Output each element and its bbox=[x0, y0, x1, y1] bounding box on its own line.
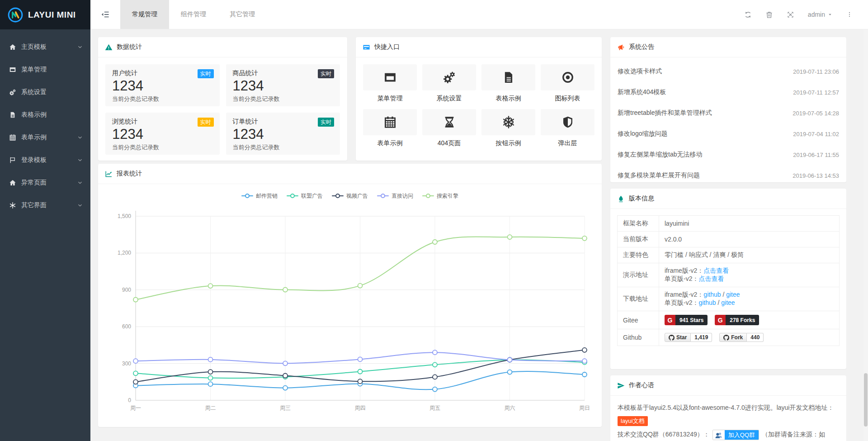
tab-0[interactable]: 常规管理 bbox=[120, 0, 169, 29]
version-row-value: 零门槛 / 响应式 / 清爽 / 极简 bbox=[659, 247, 840, 263]
legend-label: 邮件营销 bbox=[256, 192, 278, 200]
user-dropdown[interactable]: admin bbox=[808, 11, 833, 18]
version-text: / bbox=[721, 291, 726, 298]
tab-label: 其它管理 bbox=[230, 10, 255, 19]
page-scrollbar-track[interactable] bbox=[863, 0, 868, 441]
gitee-badge[interactable]: G 941 Stars bbox=[665, 315, 708, 325]
stat-badge: 实时 bbox=[198, 69, 214, 78]
sidebar-item-label: 系统设置 bbox=[21, 88, 47, 96]
tab-1[interactable]: 组件管理 bbox=[169, 0, 218, 29]
sidebar-item-1[interactable]: 菜单管理 bbox=[0, 58, 90, 81]
version-link[interactable]: gitee bbox=[726, 291, 740, 298]
legend-item-0[interactable]: 邮件营销 bbox=[241, 192, 278, 200]
join-qq-group-badge[interactable]: 加入QQ群 bbox=[712, 430, 759, 440]
sidebar-item-6[interactable]: 异常页面 bbox=[0, 171, 90, 194]
sidebar-item-3[interactable]: 表格示例 bbox=[0, 104, 90, 126]
quick-entry-0[interactable]: 菜单管理 bbox=[363, 64, 417, 103]
gears-icon bbox=[9, 89, 16, 96]
github-count[interactable]: 1,419 bbox=[691, 333, 712, 342]
version-link[interactable]: 点击查看 bbox=[703, 267, 729, 274]
github-button[interactable]: Star bbox=[665, 333, 691, 342]
stat-value: 1234 bbox=[112, 78, 213, 94]
header: 常规管理 组件管理 其它管理 admin bbox=[90, 0, 868, 29]
sidebar-item-2[interactable]: 系统设置 bbox=[0, 81, 90, 104]
github-fork-widget[interactable]: Fork 440 bbox=[719, 333, 764, 342]
stat-box-1: 商品统计 实时 1234 当前分类总记录数 bbox=[226, 64, 340, 106]
legend-item-4[interactable]: 搜索引擎 bbox=[422, 192, 458, 200]
tab-2[interactable]: 其它管理 bbox=[218, 0, 267, 29]
card-title: 版本信息 bbox=[629, 194, 654, 203]
card-author-words-header: 作者心语 bbox=[610, 375, 846, 396]
svg-text:周三: 周三 bbox=[280, 405, 291, 411]
quick-entry-3[interactable]: 图标列表 bbox=[541, 64, 594, 103]
fullscreen-button[interactable] bbox=[787, 11, 794, 19]
sidebar-item-7[interactable]: 其它界面 bbox=[0, 194, 90, 217]
qq-people-icon bbox=[713, 430, 725, 440]
file-icon bbox=[502, 71, 515, 84]
version-row-5: Gitee G 941 Stars G 278 Forks bbox=[618, 311, 840, 329]
notice-time: 2019-07-04 11:02 bbox=[793, 131, 839, 138]
stat-badge: 实时 bbox=[198, 118, 214, 127]
legend-item-2[interactable]: 视频广告 bbox=[332, 192, 368, 200]
legend-item-3[interactable]: 直接访问 bbox=[377, 192, 413, 200]
stat-box-2: 浏览统计 实时 1234 当前分类总记录数 bbox=[105, 113, 220, 155]
quick-entry-1[interactable]: 系统设置 bbox=[422, 64, 476, 103]
clear-cache-button[interactable] bbox=[765, 11, 773, 19]
notice-time: 2019-07-11 23:06 bbox=[793, 68, 839, 75]
notice-row-5: 修复多模块菜单栏展开有问题 2019-06-13 14:53 bbox=[610, 165, 846, 182]
version-row-1: 当前版本 v2.0.0 bbox=[618, 232, 840, 247]
version-link[interactable]: github bbox=[703, 291, 721, 298]
notice-text: 新增系统404模板 bbox=[618, 88, 666, 96]
line-chart-icon bbox=[105, 170, 113, 178]
version-link[interactable]: 点击查看 bbox=[698, 275, 724, 282]
stat-caption: 当前分类总记录数 bbox=[112, 95, 213, 103]
gitee-badge[interactable]: G 278 Forks bbox=[715, 315, 759, 325]
home-icon bbox=[9, 179, 16, 186]
quick-entry-6[interactable]: 按钮示例 bbox=[481, 109, 535, 147]
version-row-value: Star 1,419 Fork 440 bbox=[659, 329, 840, 346]
github-star-widget[interactable]: Star 1,419 bbox=[665, 333, 712, 342]
quick-entry-4[interactable]: 表单示例 bbox=[363, 109, 417, 147]
version-link[interactable]: gitee bbox=[721, 299, 735, 306]
card-version-info: 版本信息 框架名称 layuimini 当前版本 v2.0.0 主要特色 零门槛… bbox=[610, 189, 846, 369]
snow-icon bbox=[502, 115, 515, 129]
window-icon bbox=[383, 71, 397, 84]
quick-entry-5[interactable]: 404页面 bbox=[422, 109, 476, 147]
layui-doc-badge[interactable]: layui文档 bbox=[618, 416, 648, 426]
chevron-down-icon bbox=[77, 134, 83, 141]
menu-fold-button[interactable] bbox=[90, 0, 120, 29]
gitee-icon: G bbox=[665, 315, 675, 325]
version-row-value: layuimini bbox=[659, 216, 840, 232]
sidebar: LAYUI MINI 主页模板 菜单管理 系统设置 表格示例 表单示例 登录模板… bbox=[0, 0, 90, 441]
legend-item-1[interactable]: 联盟广告 bbox=[287, 192, 323, 200]
version-row-label: 框架名称 bbox=[618, 216, 659, 232]
card-author-words: 作者心语 本模板基于layui2.5.4以及font-awesome-4.7.0… bbox=[610, 375, 846, 441]
sidebar-item-4[interactable]: 表单示例 bbox=[0, 126, 90, 149]
gears-icon bbox=[443, 71, 456, 84]
card-title: 数据统计 bbox=[117, 43, 142, 51]
sidebar-item-5[interactable]: 登录模板 bbox=[0, 149, 90, 171]
legend-marker bbox=[422, 194, 434, 198]
quick-entry-label: 表单示例 bbox=[363, 139, 417, 147]
stat-caption: 当前分类总记录数 bbox=[233, 143, 334, 152]
github-count[interactable]: 440 bbox=[747, 333, 764, 342]
page-scrollbar-thumb[interactable] bbox=[864, 373, 868, 427]
stat-caption: 当前分类总记录数 bbox=[112, 143, 213, 152]
version-row-label: 下载地址 bbox=[618, 287, 659, 311]
version-row-label: 主要特色 bbox=[618, 247, 659, 263]
credit-card-icon bbox=[363, 43, 370, 51]
quick-entry-label: 弹出层 bbox=[541, 139, 594, 147]
refresh-button[interactable] bbox=[744, 11, 752, 19]
card-data-stats-header: 数据统计 bbox=[98, 37, 347, 57]
calendar-icon bbox=[9, 134, 16, 141]
logo[interactable]: LAYUI MINI bbox=[0, 0, 90, 29]
version-link[interactable]: github bbox=[698, 299, 716, 306]
version-row-value: v2.0.0 bbox=[659, 232, 840, 247]
quick-entry-7[interactable]: 弹出层 bbox=[541, 109, 594, 147]
github-button[interactable]: Fork bbox=[719, 333, 747, 342]
expand-icon bbox=[787, 11, 794, 19]
more-button[interactable] bbox=[846, 11, 853, 18]
legend-label: 直接访问 bbox=[392, 192, 413, 200]
quick-entry-2[interactable]: 表格示例 bbox=[481, 64, 535, 103]
sidebar-item-0[interactable]: 主页模板 bbox=[0, 36, 90, 58]
